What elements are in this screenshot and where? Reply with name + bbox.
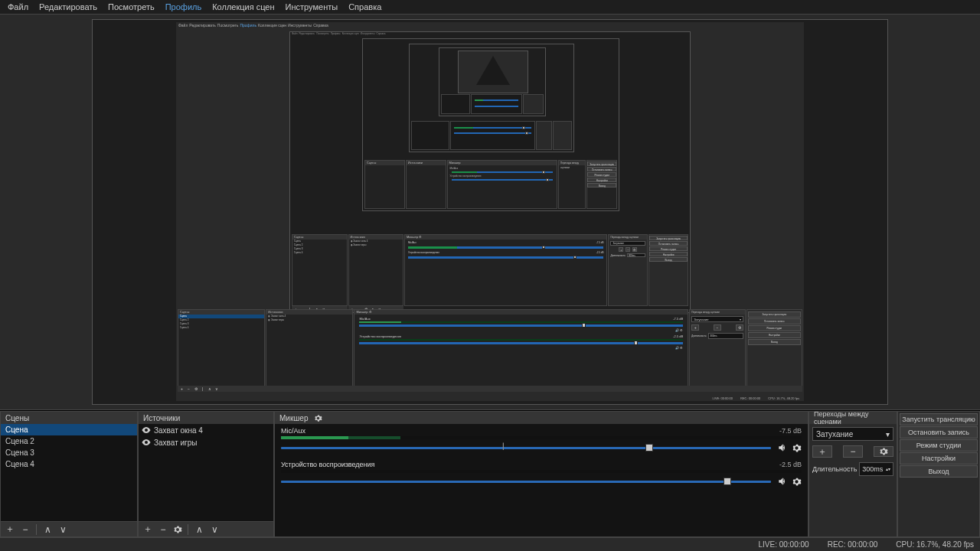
- nested-preview-1: ФайлРедактироватьПосмотретьПрофильКоллек…: [289, 31, 691, 313]
- nested-statusbar: LIVE: 00:00:00 REC: 00:00:00 CPU: 16.7%,…: [176, 395, 804, 401]
- nested-window: ФайлРедактироватьПосмотретьПрофильКоллек…: [176, 22, 804, 401]
- visibility-icon[interactable]: [142, 438, 151, 447]
- move-scene-down-button[interactable]: ∨: [57, 523, 69, 536]
- mixer-dock: Микшер Mic/Aux -7.5 dB ┃: [274, 411, 808, 537]
- menu-edit[interactable]: Редактировать: [34, 2, 102, 12]
- transitions-dock: Переходы между сценами Затухание ▾ ＋ − Д…: [808, 411, 897, 537]
- channel-db: -7.5 dB: [779, 427, 802, 435]
- nested-menubar: ФайлРедактироватьПосмотретьПрофильКоллек…: [176, 22, 804, 30]
- controls-dock: Запустить трансляцию Остановить запись Р…: [897, 411, 980, 537]
- add-source-button[interactable]: ＋: [142, 523, 154, 536]
- settings-button[interactable]: Настройки: [900, 452, 978, 465]
- move-source-down-button[interactable]: ∨: [208, 523, 220, 536]
- scenes-dock: Сцены Сцена Сцена 2 Сцена 3 Сцена 4 ＋ − …: [0, 411, 138, 537]
- duration-spinbox[interactable]: 300ms ▴▾: [859, 462, 893, 476]
- mute-button[interactable]: [777, 476, 788, 487]
- mixer-settings-icon[interactable]: [312, 412, 323, 423]
- volume-slider[interactable]: ┃: [281, 447, 771, 449]
- transition-settings-button[interactable]: [874, 446, 893, 457]
- visibility-icon[interactable]: [142, 425, 151, 435]
- nested-preview-2: Сцены Источники Микшер Mic/Aux Устройств…: [362, 38, 619, 211]
- sources-list[interactable]: Захват окна 4 Захват игры: [139, 424, 273, 521]
- volume-meter: [281, 470, 802, 473]
- mixer-channel: Mic/Aux -7.5 dB ┃: [281, 427, 802, 453]
- menu-file[interactable]: Файл: [3, 2, 33, 12]
- menu-scene-collection[interactable]: Коллекция сцен: [207, 2, 279, 12]
- scene-item[interactable]: Сцена: [1, 424, 137, 435]
- source-label: Захват игры: [154, 439, 197, 447]
- volume-slider[interactable]: [281, 481, 771, 483]
- nested-preview-3: [409, 44, 574, 152]
- channel-name: Mic/Aux: [281, 427, 305, 435]
- duration-label: Длительность: [812, 465, 857, 473]
- preview-area: ФайлРедактироватьПосмотретьПрофильКоллек…: [0, 14, 980, 410]
- add-scene-button[interactable]: ＋: [4, 523, 16, 536]
- start-streaming-button[interactable]: Запустить трансляцию: [900, 413, 978, 425]
- mixer-title: Микшер: [275, 412, 808, 424]
- mixer-channel: Устройство воспроизведения -2.5 dB: [281, 461, 802, 487]
- mixer-body: Mic/Aux -7.5 dB ┃ Устройство во: [275, 424, 808, 536]
- transition-select[interactable]: Затухание ▾: [812, 427, 893, 441]
- chevron-down-icon: ▾: [886, 430, 890, 439]
- nested-preview-4: [439, 47, 546, 116]
- source-settings-button[interactable]: [172, 524, 183, 535]
- stop-recording-button[interactable]: Остановить запись: [900, 426, 978, 439]
- status-cpu: CPU: 16.7%, 48.20 fps: [896, 540, 974, 549]
- scene-item[interactable]: Сцена 3: [1, 447, 137, 458]
- channel-settings-button[interactable]: [791, 476, 802, 487]
- source-label: Захват окна 4: [154, 426, 203, 435]
- channel-db: -2.5 dB: [779, 461, 802, 468]
- status-bar: LIVE: 00:00:00 REC: 00:00:00 CPU: 16.7%,…: [0, 537, 980, 551]
- remove-transition-button[interactable]: −: [843, 445, 863, 458]
- scene-item[interactable]: Сцена 2: [1, 435, 137, 447]
- docks-row: Сцены Сцена Сцена 2 Сцена 3 Сцена 4 ＋ − …: [0, 410, 980, 537]
- preview-canvas[interactable]: ФайлРедактироватьПосмотретьПрофильКоллек…: [92, 19, 888, 405]
- slider-knob[interactable]: [724, 478, 731, 485]
- sources-title: Источники: [139, 412, 273, 424]
- volume-meter: [281, 436, 802, 439]
- mute-button[interactable]: [777, 442, 788, 453]
- spin-arrows-icon[interactable]: ▴▾: [886, 467, 890, 471]
- menu-help[interactable]: Справка: [344, 2, 386, 12]
- menu-view[interactable]: Посмотреть: [103, 2, 159, 12]
- transitions-title: Переходы между сценами: [809, 412, 897, 424]
- channel-name: Устройство воспроизведения: [281, 461, 374, 468]
- scenes-toolbar: ＋ − ∧ ∨: [1, 521, 137, 536]
- add-transition-button[interactable]: ＋: [812, 445, 832, 458]
- source-item[interactable]: Захват игры: [139, 436, 273, 448]
- studio-mode-button[interactable]: Режим студии: [900, 439, 978, 452]
- scene-item[interactable]: Сцена 4: [1, 458, 137, 470]
- main-menubar[interactable]: Файл Редактировать Посмотреть Профиль Ко…: [0, 0, 980, 14]
- scenes-list[interactable]: Сцена Сцена 2 Сцена 3 Сцена 4: [1, 424, 137, 521]
- move-scene-up-button[interactable]: ∧: [41, 523, 54, 536]
- exit-button[interactable]: Выход: [900, 465, 978, 478]
- menu-tools[interactable]: Инструменты: [281, 2, 343, 12]
- sources-dock: Источники Захват окна 4 Захват игры ＋ − …: [138, 411, 274, 537]
- remove-source-button[interactable]: −: [157, 523, 169, 536]
- channel-settings-button[interactable]: [791, 442, 802, 453]
- sources-toolbar: ＋ − ∧ ∨: [139, 521, 273, 536]
- remove-scene-button[interactable]: −: [19, 523, 31, 536]
- source-item[interactable]: Захват окна 4: [139, 424, 273, 436]
- menu-profile[interactable]: Профиль: [161, 2, 207, 12]
- nested-preview-5: [458, 51, 528, 93]
- scenes-title: Сцены: [1, 412, 137, 424]
- status-live: LIVE: 00:00:00: [758, 540, 808, 549]
- move-source-up-button[interactable]: ∧: [193, 523, 205, 536]
- slider-knob[interactable]: [645, 444, 653, 452]
- status-rec: REC: 00:00:00: [828, 540, 878, 549]
